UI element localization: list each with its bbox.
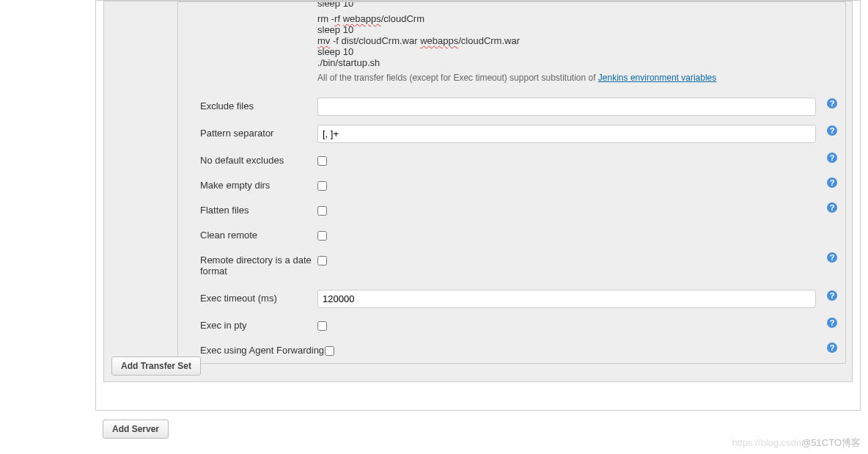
clean-remote-checkbox[interactable] xyxy=(317,231,327,241)
transfer-set-panel: sleep 10 rm -rf webapps/cloudCrm sleep 1… xyxy=(177,1,846,364)
svg-text:?: ? xyxy=(830,203,835,212)
no-default-excludes-label: No default excludes xyxy=(200,152,317,166)
exclude-files-label: Exclude files xyxy=(200,98,317,111)
add-server-button[interactable]: Add Server xyxy=(103,420,169,439)
help-icon[interactable]: ? xyxy=(826,290,838,301)
exec-in-pty-label: Exec in pty xyxy=(200,317,317,331)
svg-text:?: ? xyxy=(830,153,835,162)
env-variables-link[interactable]: Jenkins environment variables xyxy=(598,73,716,83)
svg-text:?: ? xyxy=(830,253,835,262)
pattern-separator-input[interactable] xyxy=(317,125,816,143)
exec-agent-forwarding-label: Exec using Agent Forwarding xyxy=(200,342,325,356)
help-icon[interactable]: ? xyxy=(826,152,838,164)
help-icon[interactable]: ? xyxy=(826,177,838,188)
transfer-description: All of the transfer fields (except for E… xyxy=(317,73,838,83)
svg-text:?: ? xyxy=(830,343,835,352)
help-icon[interactable]: ? xyxy=(826,252,838,263)
clean-remote-label: Clean remote xyxy=(200,227,317,241)
svg-text:?: ? xyxy=(830,291,835,300)
make-empty-dirs-label: Make empty dirs xyxy=(200,177,317,191)
exclude-files-input[interactable] xyxy=(317,98,816,116)
make-empty-dirs-checkbox[interactable] xyxy=(317,181,327,191)
svg-text:?: ? xyxy=(830,126,835,135)
flatten-files-checkbox[interactable] xyxy=(317,206,327,216)
remote-dir-date-checkbox[interactable] xyxy=(317,256,327,266)
svg-text:?: ? xyxy=(830,99,835,108)
svg-text:?: ? xyxy=(830,178,835,187)
pattern-separator-label: Pattern separator xyxy=(200,125,317,139)
exec-agent-forwarding-checkbox[interactable] xyxy=(325,346,334,356)
remote-dir-date-label: Remote directory is a date format xyxy=(200,252,317,277)
flatten-files-label: Flatten files xyxy=(200,202,317,216)
server-panel: sleep 10 rm -rf webapps/cloudCrm sleep 1… xyxy=(103,1,853,382)
help-icon[interactable]: ? xyxy=(826,98,838,109)
exec-timeout-label: Exec timeout (ms) xyxy=(200,290,317,304)
main-panel: sleep 10 rm -rf webapps/cloudCrm sleep 1… xyxy=(95,0,861,411)
help-icon[interactable]: ? xyxy=(826,317,838,329)
exec-timeout-input[interactable] xyxy=(317,290,816,308)
svg-text:?: ? xyxy=(830,318,835,327)
add-transfer-set-button[interactable]: Add Transfer Set xyxy=(111,356,201,376)
help-icon[interactable]: ? xyxy=(826,342,838,354)
exec-in-pty-checkbox[interactable] xyxy=(317,321,327,331)
help-icon[interactable]: ? xyxy=(826,202,838,213)
exec-command-textarea[interactable]: sleep 10 rm -rf webapps/cloudCrm sleep 1… xyxy=(317,2,838,68)
no-default-excludes-checkbox[interactable] xyxy=(317,156,327,166)
help-icon[interactable]: ? xyxy=(826,125,838,136)
